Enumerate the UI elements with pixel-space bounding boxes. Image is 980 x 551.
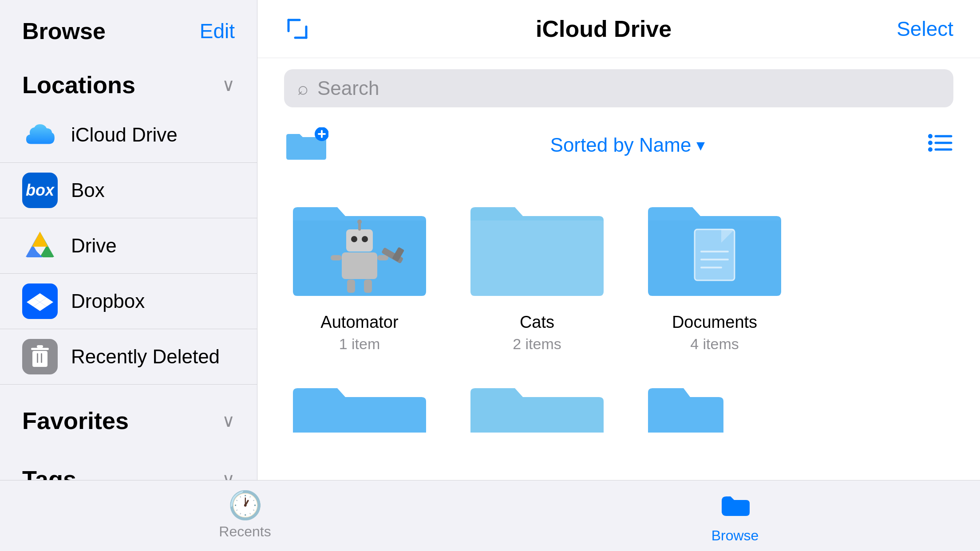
box-icon: box bbox=[22, 173, 58, 208]
browse-icon bbox=[719, 488, 751, 523]
tags-chevron-icon[interactable]: ∨ bbox=[222, 469, 235, 480]
back-icon[interactable] bbox=[284, 16, 311, 42]
svg-rect-39 bbox=[342, 252, 377, 279]
svg-rect-46 bbox=[695, 229, 735, 280]
sidebar-item-drive[interactable]: Drive bbox=[0, 218, 257, 274]
search-input[interactable]: Search bbox=[317, 77, 379, 99]
svg-rect-16 bbox=[31, 348, 49, 350]
content-header: iCloud Drive Select bbox=[257, 0, 980, 58]
toolbar: Sorted by Name ▾ bbox=[257, 118, 980, 176]
folder-partial-1[interactable] bbox=[284, 366, 435, 433]
favorites-title: Favorites bbox=[22, 407, 129, 434]
locations-title: Locations bbox=[22, 71, 135, 98]
drive-label: Drive bbox=[71, 235, 117, 257]
folder-partial-2[interactable] bbox=[462, 366, 612, 433]
sort-button[interactable]: Sorted by Name ▾ bbox=[550, 134, 705, 156]
sort-label: Sorted by Name bbox=[550, 134, 692, 156]
new-folder-button[interactable] bbox=[284, 127, 328, 163]
sidebar-item-icloud-drive[interactable]: iCloud Drive bbox=[0, 107, 257, 163]
svg-marker-7 bbox=[32, 232, 48, 247]
svg-rect-34 bbox=[346, 229, 373, 252]
favorites-chevron-icon[interactable]: ∨ bbox=[222, 410, 235, 431]
folder-automator[interactable]: Automator 1 item bbox=[284, 185, 435, 353]
trash-icon bbox=[22, 339, 58, 374]
recents-label: Recents bbox=[219, 523, 271, 540]
folders-grid: Automator 1 item Cats 2 items bbox=[257, 176, 980, 362]
svg-point-38 bbox=[357, 220, 362, 224]
folders-grid-bottom bbox=[257, 362, 980, 437]
svg-rect-18 bbox=[32, 351, 47, 367]
folder-cats[interactable]: Cats 2 items bbox=[462, 185, 612, 353]
box-label: Box bbox=[71, 179, 105, 201]
tags-section-header: Tags ∨ bbox=[0, 452, 257, 480]
tab-bar: 🕐 Recents Browse bbox=[0, 480, 980, 551]
tags-title: Tags bbox=[22, 465, 76, 480]
favorites-section-header: Favorites ∨ bbox=[0, 394, 257, 443]
sidebar-item-box[interactable]: box Box bbox=[0, 163, 257, 218]
locations-chevron-icon[interactable]: ∨ bbox=[222, 75, 235, 95]
tab-recents[interactable]: 🕐 Recents bbox=[0, 492, 490, 540]
sidebar: Browse Edit Locations ∨ bbox=[0, 0, 257, 480]
dropbox-label: Dropbox bbox=[71, 290, 145, 312]
browse-label: Browse bbox=[711, 527, 759, 544]
svg-point-33 bbox=[928, 147, 933, 152]
icloud-drive-label: iCloud Drive bbox=[71, 124, 178, 146]
search-icon: ⌕ bbox=[297, 78, 308, 99]
svg-rect-41 bbox=[377, 255, 388, 260]
automator-name: Automator bbox=[320, 313, 398, 332]
svg-rect-17 bbox=[37, 345, 43, 348]
svg-point-32 bbox=[928, 141, 933, 145]
content-title: iCloud Drive bbox=[536, 16, 672, 42]
automator-folder-icon bbox=[284, 185, 435, 305]
recently-deleted-label: Recently Deleted bbox=[71, 346, 220, 368]
content-area: iCloud Drive Select ⌕ Search Sorted b bbox=[257, 0, 980, 480]
view-toggle-button[interactable] bbox=[927, 132, 953, 159]
svg-rect-20 bbox=[41, 353, 42, 363]
cats-name: Cats bbox=[520, 313, 554, 332]
documents-count: 4 items bbox=[690, 335, 739, 353]
cats-count: 2 items bbox=[513, 335, 561, 353]
edit-button[interactable]: Edit bbox=[200, 19, 235, 43]
icloud-drive-icon bbox=[22, 117, 58, 153]
dropbox-icon bbox=[22, 283, 58, 319]
documents-folder-icon bbox=[639, 185, 790, 305]
sidebar-title: Browse bbox=[22, 18, 106, 44]
svg-point-31 bbox=[928, 134, 933, 138]
folder-partial-3[interactable] bbox=[639, 366, 790, 433]
sidebar-item-dropbox[interactable]: Dropbox bbox=[0, 274, 257, 329]
search-bar[interactable]: ⌕ Search bbox=[284, 69, 953, 107]
documents-name: Documents bbox=[672, 313, 757, 332]
main-container: Browse Edit Locations ∨ bbox=[0, 0, 980, 480]
sort-chevron-icon: ▾ bbox=[696, 135, 705, 155]
cats-folder-icon bbox=[462, 185, 612, 305]
folder-documents[interactable]: Documents 4 items bbox=[639, 185, 790, 353]
svg-rect-19 bbox=[37, 353, 38, 363]
recents-icon: 🕐 bbox=[228, 492, 262, 519]
svg-rect-42 bbox=[347, 279, 355, 293]
svg-point-35 bbox=[351, 236, 357, 242]
sidebar-header: Browse Edit bbox=[0, 0, 257, 58]
svg-point-36 bbox=[362, 236, 368, 242]
gdrive-icon bbox=[22, 228, 58, 264]
svg-rect-43 bbox=[364, 279, 372, 293]
svg-rect-40 bbox=[331, 255, 342, 260]
locations-section-header: Locations ∨ bbox=[0, 58, 257, 107]
tab-browse[interactable]: Browse bbox=[490, 488, 980, 544]
select-button[interactable]: Select bbox=[897, 17, 953, 41]
automator-count: 1 item bbox=[339, 335, 380, 353]
sidebar-item-recently-deleted[interactable]: Recently Deleted bbox=[0, 329, 257, 385]
